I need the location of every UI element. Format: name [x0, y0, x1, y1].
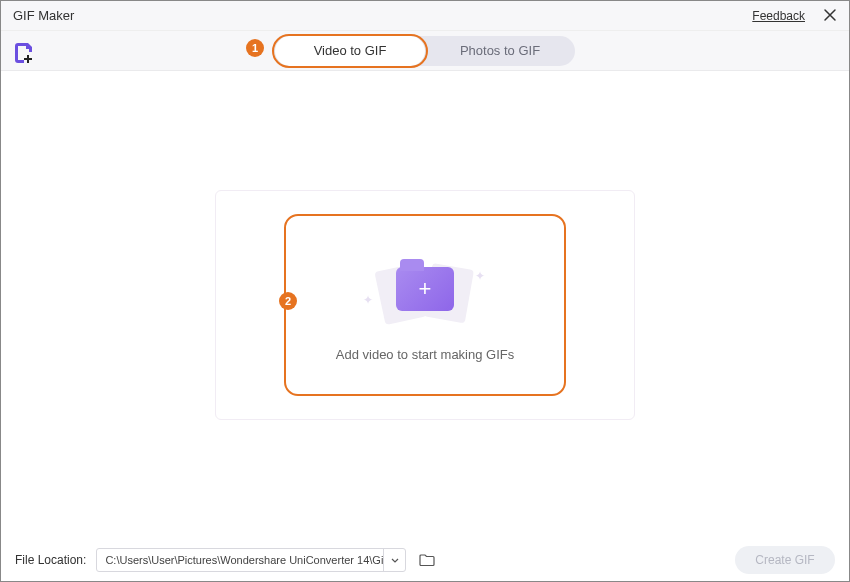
titlebar: GIF Maker Feedback	[1, 1, 849, 31]
create-gif-label: Create GIF	[755, 553, 814, 567]
tab-video-to-gif[interactable]: Video to GIF	[275, 36, 425, 66]
add-video-dropzone[interactable]: 2 + ✦ ✦ Add video to start making GIFs	[290, 220, 560, 390]
footer: File Location: C:\Users\User\Pictures\Wo…	[1, 539, 849, 581]
app-title: GIF Maker	[13, 8, 74, 23]
dropzone-prompt: Add video to start making GIFs	[336, 347, 514, 362]
toolbar: Video to GIF Photos to GIF	[1, 31, 849, 71]
browse-folder-button[interactable]	[416, 549, 438, 571]
create-gif-button[interactable]: Create GIF	[735, 546, 835, 574]
step-badge-1: 1	[246, 39, 264, 57]
step-badge-2: 2	[279, 292, 297, 310]
file-location-label: File Location:	[15, 553, 86, 567]
dropzone-card: 2 + ✦ ✦ Add video to start making GIFs	[215, 190, 635, 420]
dropzone-illustration: + ✦ ✦	[365, 249, 485, 329]
main-area: 2 + ✦ ✦ Add video to start making GIFs	[1, 71, 849, 539]
folder-plus-icon: +	[396, 267, 454, 311]
tab-label: Video to GIF	[314, 43, 387, 58]
chevron-down-icon[interactable]	[383, 549, 405, 571]
file-location-path: C:\Users\User\Pictures\Wondershare UniCo…	[105, 554, 383, 566]
app-logo-icon	[13, 40, 35, 62]
feedback-link[interactable]: Feedback	[752, 9, 805, 23]
tab-photos-to-gif[interactable]: Photos to GIF	[425, 36, 575, 66]
mode-tabs: Video to GIF Photos to GIF	[275, 36, 575, 66]
file-location-field[interactable]: C:\Users\User\Pictures\Wondershare UniCo…	[96, 548, 406, 572]
tab-label: Photos to GIF	[460, 43, 540, 58]
close-icon[interactable]	[823, 7, 837, 25]
